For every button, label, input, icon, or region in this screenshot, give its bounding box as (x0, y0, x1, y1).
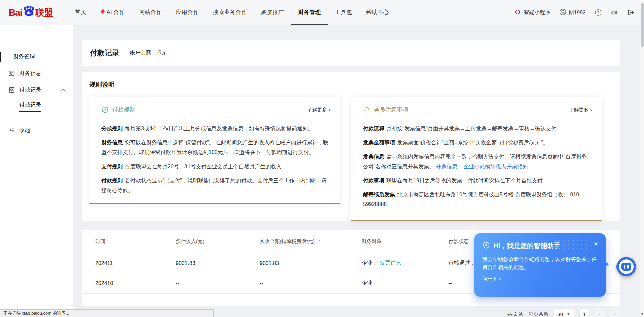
baidu-paw-icon: du (23, 5, 35, 18)
rule-label: 发票信息 (363, 154, 384, 160)
smart-miniapp-entry[interactable]: 智能小程序 (515, 9, 550, 17)
rule-item-invoice-info: 发票信息需与系统内发票信息内容完全一致，否则无法支付。请根据发票信息页面中“百度… (363, 152, 592, 171)
help-icon[interactable]: ? (595, 9, 602, 16)
rule-item-share: 分成规则每月第3或4个工作日产出上月分成信息及发票信息，如有特殊情况将提前通知。 (101, 124, 330, 133)
entity-label: 企业 (362, 280, 372, 287)
logo-bai-text: Bai (9, 7, 22, 18)
logout-icon[interactable] (627, 9, 634, 16)
rules-title: 规则说明 (89, 80, 613, 89)
bell-icon (363, 106, 371, 114)
rule-label: 财务信息 (101, 140, 123, 145)
cell-actual: 9001.83 (260, 260, 362, 266)
entity-label: 企业： (362, 260, 378, 267)
chevron-right-icon: › (590, 107, 592, 113)
rule-item-invoice-amount: 发票金额事项发票票面“价税合计”金额=系统中“实收金额（扣除税费后/元）”。 (363, 138, 592, 147)
col-finance-entity: 财务对象 (362, 238, 448, 245)
sidebar-item-finance-info[interactable]: 财务信息 (0, 68, 73, 79)
cell-time: 202410 (95, 280, 176, 287)
rule-label: 邮寄纸质发票 (363, 192, 395, 197)
assistant-robot-button[interactable] (616, 257, 636, 276)
ask-now-link[interactable]: 问一下 > (482, 276, 598, 282)
nav-item-home[interactable]: 首页 (68, 0, 94, 25)
col-estimated-income: 预估收入(元) (176, 238, 260, 245)
nav-item-label: 网站合作 (139, 8, 162, 16)
nav-item-label: 帮助中心 (366, 8, 389, 16)
sidebar-section-finance-management[interactable]: 财务管理 (0, 51, 73, 62)
per-page-select[interactable]: 30 ▼ (554, 309, 574, 317)
cell-entity: 企业 (362, 280, 448, 287)
rule-text: 每月第3或4个工作日产出上月分成信息及发票信息，如有特殊情况将提前通知。 (125, 126, 313, 131)
nav-item-screen-promo[interactable]: 聚屏推广 (254, 0, 291, 25)
username-label: jyj1992 (569, 10, 586, 16)
chevron-right-icon: › (328, 107, 330, 113)
nav-item-label: 应用合作 (176, 8, 199, 16)
nav-item-label: 聚屏推广 (261, 8, 284, 16)
sidebar-collapse-button[interactable]: 收起 (0, 125, 73, 136)
cell-actual: -- (260, 280, 362, 287)
sidebar-item-payment-record[interactable]: 付款记录 (0, 84, 73, 96)
page-number-1[interactable]: 1 (579, 309, 589, 317)
nav-menu: 首页 AI 合作 网站合作 应用合作 搜索业务合作 聚屏推广 财务管理 工具包 … (68, 0, 396, 25)
browser-status-bar: 正在等待 xlab.baidu.com 的响应... (0, 309, 214, 317)
sidebar-section-label: 财务管理 (13, 53, 35, 60)
member-notes-title: 会员注意事项 (374, 106, 408, 114)
rule-text: 月初按“发票信息”页面开具发票→上传发票→邮寄发票→审核→确认支付。 (386, 126, 562, 131)
sidebar: 财务管理 财务信息 付款记录 付款记录 (0, 25, 73, 317)
rule-item-payment-flow: 付款流程月初按“发票信息”页面开具发票→上传发票→邮寄发票→审核→确认支付。 (363, 124, 592, 133)
miniapp-diamond-icon (515, 9, 521, 17)
rule-text: 您可以在财务信息中选择“保留付款”。 在此期间您产生的收入将在账户内进行累计，联… (101, 140, 328, 155)
rule-text: 联盟在每月19日之后签收的发票，付款时间安排在下个月首批支付。 (386, 178, 548, 183)
vertical-scrollbar[interactable] (640, 0, 644, 317)
assistant-title: Hi，我是您的智能助手 (493, 241, 560, 250)
payment-rules-more-link[interactable]: 了解更多› (307, 107, 330, 113)
nav-item-ai[interactable]: AI 合作 (94, 0, 132, 25)
nav-item-app[interactable]: 应用合作 (169, 0, 206, 25)
top-nav: Bai du 联盟 首页 AI 合作 网站合作 应用合作 搜索业务合作 聚屏推广… (0, 0, 644, 25)
rule-text: 百度联盟会在每月20号—31号支付企业会员上个自然月产生的收入。 (125, 164, 287, 169)
nav-item-website[interactable]: 网站合作 (132, 0, 169, 25)
sidebar-subitem-payment-record[interactable]: 付款记录 (0, 101, 73, 112)
rule-text: 北京市海淀区西北旺东路10号院百度科技园5号楼 百度联盟财务组（收） 010-5… (363, 192, 581, 207)
finance-info-icon (8, 70, 15, 77)
payment-rules-title: 付款规则 (112, 106, 135, 114)
assistant-popup: Hi，我是您的智能助手 ✕ 我会帮助您诊断合作链路问题，以及解答您关于任何合作相… (474, 233, 606, 297)
more-label: 了解更多 (569, 107, 589, 113)
invoice-info-table-link[interactable]: 发票信息 (380, 260, 401, 267)
scrollbar-thumb[interactable] (641, 3, 644, 47)
cell-entity: 企业：发票信息 (362, 260, 448, 267)
nav-item-finance[interactable]: 财务管理 (291, 0, 328, 25)
nav-item-toolkit[interactable]: 工具包 (328, 0, 359, 25)
prev-page-button[interactable]: ‹ (595, 309, 605, 317)
logo-union-text: 联盟 (35, 7, 53, 19)
small-taxpayer-guide-link[interactable]: 企业小规模纳税人开票须知 (464, 164, 528, 169)
more-label: 了解更多 (307, 107, 327, 113)
rule-label: 付款规则 (101, 178, 123, 183)
chevron-up-icon[interactable] (61, 89, 65, 93)
sound-icon[interactable] (611, 9, 618, 16)
rule-label: 分成规则 (101, 126, 123, 131)
nav-item-search-biz[interactable]: 搜索业务合作 (206, 0, 254, 25)
cell-time: 202411 (95, 260, 176, 266)
member-notes-card: 会员注意事项 了解更多› 付款流程月初按“发票信息”页面开具发票→上传发票→邮寄… (351, 97, 602, 221)
nav-item-label: 首页 (75, 8, 87, 16)
nav-item-help-center[interactable]: 帮助中心 (359, 0, 396, 25)
nav-item-label: 财务管理 (298, 8, 321, 16)
rule-label: 付款事项 (363, 178, 384, 183)
sidebar-subitem-label: 付款记录 (19, 102, 41, 112)
balance-value: 0元 (158, 50, 167, 55)
invoice-info-link[interactable]: 开票信息 (436, 164, 458, 169)
scrollbar-down-arrow[interactable] (641, 313, 644, 315)
account-balance: 账户余额：0元 (129, 49, 167, 56)
sidebar-item-label: 财务信息 (19, 70, 41, 77)
svg-text:¥: ¥ (104, 108, 106, 112)
user-account[interactable]: jyj1992 (559, 9, 586, 17)
col-time: 时间 (95, 238, 176, 245)
close-icon[interactable]: ✕ (594, 241, 598, 248)
payment-record-icon (8, 87, 15, 93)
member-notes-more-link[interactable]: 了解更多› (569, 107, 592, 113)
baidu-union-logo[interactable]: Bai du 联盟 (9, 5, 53, 20)
next-page-button[interactable]: › (610, 309, 620, 317)
question-circle-icon[interactable]: ? (317, 239, 322, 244)
svg-text:?: ? (597, 11, 599, 15)
user-icon (559, 9, 566, 17)
